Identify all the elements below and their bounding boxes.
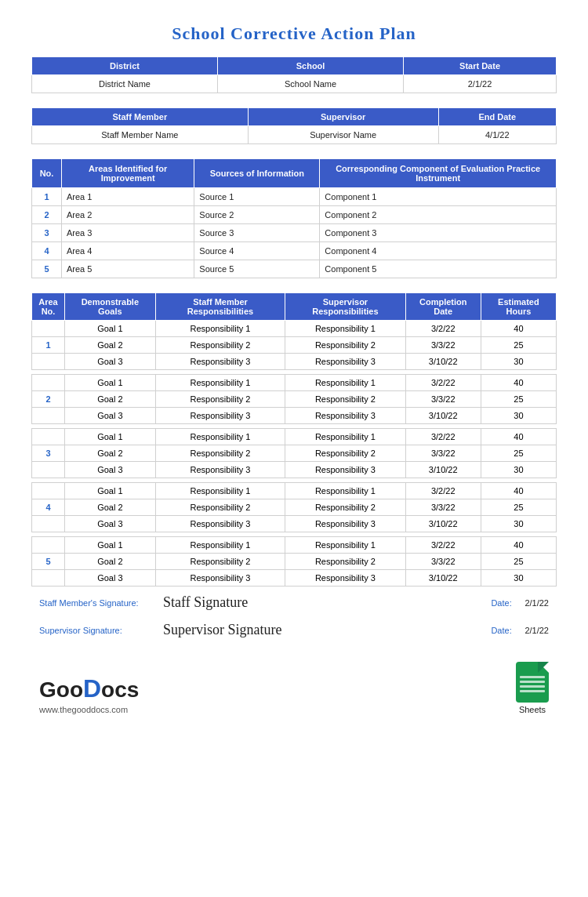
staff-responsibility: Responsibility 3 [155, 354, 285, 370]
completion-date: 3/2/22 [405, 429, 481, 445]
goal-name: Goal 1 [65, 537, 156, 554]
staff-responsibility: Responsibility 3 [155, 408, 285, 424]
sheets-icon: Sheets [516, 662, 549, 714]
goal-area-num-empty [32, 483, 65, 499]
goal-name: Goal 3 [65, 570, 156, 586]
areas-table-header: No. Areas Identified for Improvement Sou… [32, 159, 557, 188]
goal-name: Goal 2 [65, 554, 156, 570]
goal-name: Goal 3 [65, 462, 156, 478]
est-hours: 25 [481, 554, 556, 570]
completion-date: 3/3/22 [405, 499, 481, 516]
goal-area-num-empty [32, 321, 65, 337]
completion-date: 3/3/22 [405, 445, 481, 462]
goal-name: Goal 3 [65, 516, 156, 532]
school-value: School Name [218, 75, 404, 93]
goals-table-row: Goal 1 Responsibility 1 Responsibility 1… [32, 483, 557, 499]
end-date-header: End Date [438, 108, 556, 126]
school-header: School [218, 57, 404, 75]
goal-area-num: 1 [32, 337, 65, 354]
supervisor-sig-label: Supervisor Signature: [39, 626, 157, 635]
goals-table-row: 2 Goal 2 Responsibility 2 Responsibility… [32, 391, 557, 408]
staff-responsibility: Responsibility 3 [155, 570, 285, 586]
completion-date: 3/10/22 [405, 570, 481, 586]
logo-ocs: ocs [101, 677, 139, 702]
goals-table: Area No. Demonstrable Goals Staff Member… [31, 292, 557, 586]
completion-date: 3/2/22 [405, 537, 481, 554]
sheets-line-3 [520, 685, 545, 688]
est-hours: 40 [481, 537, 556, 554]
page: School Corrective Action Plan District S… [0, 0, 588, 897]
goals-table-row: Goal 3 Responsibility 3 Responsibility 3… [32, 516, 557, 532]
sources-header: Sources of Information [194, 159, 320, 188]
completion-date: 3/10/22 [405, 516, 481, 532]
completion-date: 3/10/22 [405, 462, 481, 478]
goals-table-row: 4 Goal 2 Responsibility 2 Responsibility… [32, 499, 557, 516]
goal-name: Goal 2 [65, 337, 156, 354]
logo: GooDocs www.thegooddocs.com [39, 674, 139, 714]
sup-responsibility: Responsibility 2 [285, 337, 405, 354]
page-title: School Corrective Action Plan [31, 24, 557, 44]
supervisor-date-value: 2/1/22 [524, 626, 549, 635]
logo-text: GooDocs [39, 674, 139, 703]
goal-area-num-empty [32, 570, 65, 586]
staff-responsibility: Responsibility 1 [155, 375, 285, 391]
component-name: Component 2 [320, 206, 557, 224]
goal-area-num: 2 [32, 391, 65, 408]
est-hours: 30 [481, 570, 556, 586]
start-date-header: Start Date [404, 57, 557, 75]
sheets-line-1 [520, 676, 545, 678]
component-name: Component 4 [320, 242, 557, 260]
est-hours: 30 [481, 516, 556, 532]
areas-table: No. Areas Identified for Improvement Sou… [31, 158, 557, 278]
completion-date: 3/10/22 [405, 354, 481, 370]
est-hours: 30 [481, 354, 556, 370]
completion-date: 3/2/22 [405, 321, 481, 337]
est-hours: 30 [481, 408, 556, 424]
source-name: Source 2 [194, 206, 320, 224]
goal-area-num-empty [32, 375, 65, 391]
goal-area-num: 3 [32, 445, 65, 462]
goals-table-row: Goal 3 Responsibility 3 Responsibility 3… [32, 408, 557, 424]
supervisor-header: Supervisor [248, 108, 438, 126]
supervisor-sig-row: Supervisor Signature: Supervisor Signatu… [39, 622, 549, 638]
start-date-value: 2/1/22 [404, 75, 557, 93]
sheets-lines [520, 676, 545, 695]
areas-table-row: 5 Area 5 Source 5 Component 5 [32, 260, 557, 278]
completion-date: 3/2/22 [405, 483, 481, 499]
area-name: Area 4 [62, 242, 194, 260]
logo-d: D [83, 674, 101, 703]
goal-name: Goal 2 [65, 391, 156, 408]
sup-responsibility: Responsibility 3 [285, 516, 405, 532]
goal-name: Goal 3 [65, 408, 156, 424]
goal-area-num-empty [32, 516, 65, 532]
goals-table-row: Goal 3 Responsibility 3 Responsibility 3… [32, 570, 557, 586]
sup-responsibility: Responsibility 3 [285, 354, 405, 370]
areas-table-row: 1 Area 1 Source 1 Component 1 [32, 188, 557, 206]
component-header: Corresponding Component of Evaluation Pr… [320, 159, 557, 188]
staff-sig-value: Staff Signature [163, 594, 485, 611]
info-table-1-header: District School Start Date [32, 57, 557, 75]
logo-url: www.thegooddocs.com [39, 705, 139, 714]
staff-date-label: Date: [491, 598, 518, 608]
goals-table-header: Area No. Demonstrable Goals Staff Member… [32, 293, 557, 321]
est-hours: 30 [481, 462, 556, 478]
area-no: 5 [32, 260, 62, 278]
component-name: Component 1 [320, 188, 557, 206]
est-hours: 40 [481, 375, 556, 391]
sup-responsibility: Responsibility 3 [285, 462, 405, 478]
info-table-1-row: District Name School Name 2/1/22 [32, 75, 557, 93]
sup-responsibility: Responsibility 2 [285, 445, 405, 462]
no-header: No. [32, 159, 62, 188]
staff-responsibility: Responsibility 3 [155, 462, 285, 478]
goal-area-num: 4 [32, 499, 65, 516]
goal-area-num-empty [32, 354, 65, 370]
goals-table-row: Goal 3 Responsibility 3 Responsibility 3… [32, 462, 557, 478]
supervisor-value: Supervisor Name [248, 126, 438, 144]
sup-responsibility: Responsibility 1 [285, 375, 405, 391]
staff-responsibility: Responsibility 1 [155, 429, 285, 445]
est-hours-header: Estimated Hours [481, 293, 556, 321]
sup-responsibility: Responsibility 3 [285, 408, 405, 424]
info-table-1: District School Start Date District Name… [31, 56, 557, 93]
goals-table-row: Goal 1 Responsibility 1 Responsibility 1… [32, 375, 557, 391]
district-value: District Name [32, 75, 218, 93]
